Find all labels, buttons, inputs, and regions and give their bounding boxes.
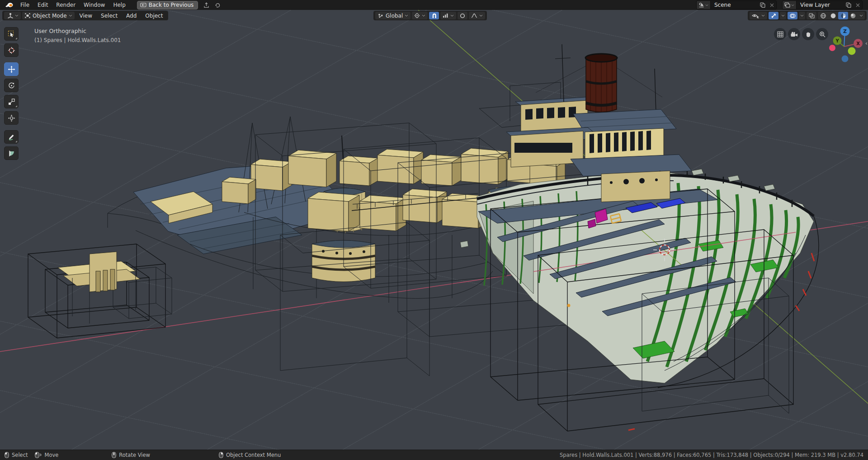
scene-statistics: Spares | Hold.Walls.Lats.001 | Verts:88,… bbox=[560, 452, 863, 458]
refresh-icon[interactable] bbox=[215, 2, 221, 8]
tool-select-box[interactable] bbox=[4, 27, 19, 41]
gizmo-z-neg-axis[interactable] bbox=[842, 56, 849, 62]
mouse-left-drag-icon bbox=[35, 452, 42, 458]
shading-rendered-button[interactable] bbox=[848, 12, 858, 19]
gizmo-z-label: Z bbox=[843, 28, 847, 34]
zoom-view-button[interactable] bbox=[816, 28, 828, 40]
gizmo-arrow-icon bbox=[771, 13, 777, 19]
statusbar: Select Move Rotate View Object Context M… bbox=[0, 450, 868, 460]
show-overlays-toggle[interactable] bbox=[788, 12, 797, 19]
shading-solid-icon bbox=[830, 13, 836, 19]
tool-annotate[interactable] bbox=[4, 130, 19, 144]
view-layer-remove-button[interactable] bbox=[854, 3, 862, 7]
hint-move: Move bbox=[35, 452, 58, 458]
menu-help[interactable]: Help bbox=[109, 0, 129, 10]
shading-solid-button[interactable] bbox=[828, 12, 838, 19]
scene-browse-button[interactable] bbox=[697, 1, 711, 9]
view-layer-new-copy-button[interactable] bbox=[844, 2, 854, 8]
scene-unlink-button[interactable] bbox=[768, 3, 776, 7]
gizmo-y-neg-axis[interactable] bbox=[848, 47, 856, 55]
camera-view-button[interactable] bbox=[788, 28, 800, 40]
view-layer-selector: View Layer bbox=[782, 0, 863, 9]
chevron-down-icon bbox=[800, 14, 804, 17]
menu-object[interactable]: Object bbox=[142, 13, 166, 19]
snap-settings-dropdown[interactable] bbox=[440, 12, 456, 19]
magnet-icon bbox=[431, 13, 437, 19]
shading-material-button[interactable] bbox=[838, 12, 848, 19]
view-layer-name-field[interactable]: View Layer bbox=[797, 2, 844, 8]
proportional-falloff-dropdown[interactable] bbox=[469, 12, 485, 19]
snap-toggle[interactable] bbox=[429, 12, 439, 19]
menu-select[interactable]: Select bbox=[97, 13, 121, 19]
sidebar-collapse-arrow[interactable]: ‹ bbox=[865, 40, 868, 47]
xray-toggle[interactable] bbox=[807, 12, 816, 19]
proportional-editing-toggle[interactable] bbox=[458, 12, 467, 19]
menu-window[interactable]: Window bbox=[80, 0, 109, 10]
mode-dropdown[interactable]: Object Mode bbox=[22, 12, 75, 19]
shading-wireframe-icon bbox=[820, 13, 826, 19]
pan-view-button[interactable] bbox=[802, 28, 814, 40]
editor-type-dropdown[interactable] bbox=[4, 12, 21, 19]
menu-render[interactable]: Render bbox=[52, 0, 80, 10]
mouse-right-icon bbox=[219, 452, 223, 458]
chevron-down-icon bbox=[791, 4, 794, 6]
shading-dropdown[interactable] bbox=[858, 12, 864, 19]
viewport-header-middle: Global bbox=[373, 11, 487, 20]
toolbar bbox=[4, 27, 19, 160]
viewport-canvas[interactable] bbox=[0, 0, 868, 460]
overlays-dropdown[interactable] bbox=[799, 12, 805, 19]
tool-move[interactable] bbox=[4, 62, 19, 76]
orientation-label: Global bbox=[386, 13, 403, 19]
object-mode-icon bbox=[24, 13, 31, 19]
back-to-previous-button[interactable]: Back to Previous bbox=[137, 1, 198, 9]
scene-name-field[interactable]: Scene bbox=[711, 2, 758, 8]
transform-orientation-dropdown[interactable]: Global bbox=[375, 12, 410, 19]
proportional-circle-icon bbox=[460, 13, 465, 19]
chevron-down-icon bbox=[405, 14, 408, 17]
viewport-header-left: Object Mode View Select Add Object bbox=[2, 11, 168, 20]
hint-context-menu: Object Context Menu bbox=[219, 452, 281, 458]
navigation-gizmo[interactable]: Z Y X bbox=[829, 24, 867, 71]
menu-file[interactable]: File bbox=[16, 0, 33, 10]
chevron-down-icon bbox=[761, 14, 765, 17]
shading-wireframe-button[interactable] bbox=[818, 12, 828, 19]
gizmo-dropdown[interactable] bbox=[780, 12, 786, 19]
select-box-icon bbox=[8, 30, 15, 38]
tool-measure[interactable] bbox=[4, 146, 19, 160]
scene-selector: Scene bbox=[696, 0, 777, 9]
editor-3d-viewport-icon bbox=[6, 13, 13, 19]
menu-add[interactable]: Add bbox=[123, 13, 140, 19]
topbar: File Edit Render Window Help Back to Pre… bbox=[0, 0, 868, 10]
overlays-icon bbox=[789, 13, 796, 19]
hint-select-label: Select bbox=[12, 452, 28, 458]
view-layer-browse-button[interactable] bbox=[783, 1, 797, 9]
blender-logo-icon[interactable] bbox=[0, 2, 16, 8]
tool-cursor[interactable] bbox=[4, 43, 19, 57]
orthographic-grid-button[interactable] bbox=[774, 28, 786, 40]
object-visibility-dropdown[interactable] bbox=[750, 12, 767, 19]
gizmo-x-neg-axis[interactable] bbox=[829, 45, 835, 51]
show-gizmo-toggle[interactable] bbox=[769, 12, 778, 19]
back-to-previous-label: Back to Previous bbox=[149, 2, 194, 8]
grid-icon bbox=[777, 31, 783, 38]
hint-select: Select bbox=[5, 452, 28, 458]
pivot-point-icon bbox=[414, 13, 420, 19]
mouse-left-icon bbox=[5, 452, 9, 458]
viewport-header-right bbox=[748, 11, 867, 20]
viewport-nav-controls bbox=[774, 28, 828, 40]
scene-new-copy-button[interactable] bbox=[758, 2, 768, 8]
export-icon[interactable] bbox=[203, 2, 209, 8]
shading-material-icon bbox=[840, 13, 846, 19]
viewport-3d[interactable]: User Orthographic (1) Spares | Hold.Wall… bbox=[0, 0, 868, 460]
move-tool-icon bbox=[8, 66, 15, 73]
tool-transform[interactable] bbox=[4, 111, 19, 125]
menu-edit[interactable]: Edit bbox=[33, 0, 52, 10]
chevron-down-icon bbox=[422, 14, 425, 17]
tool-rotate[interactable] bbox=[4, 79, 19, 92]
gizmo-y-label: Y bbox=[835, 38, 839, 43]
tool-scale[interactable] bbox=[4, 95, 19, 108]
view-name-label: User Orthographic bbox=[34, 28, 86, 34]
pivot-point-dropdown[interactable] bbox=[412, 12, 428, 19]
menu-view[interactable]: View bbox=[76, 13, 96, 19]
chevron-down-icon bbox=[69, 14, 72, 17]
